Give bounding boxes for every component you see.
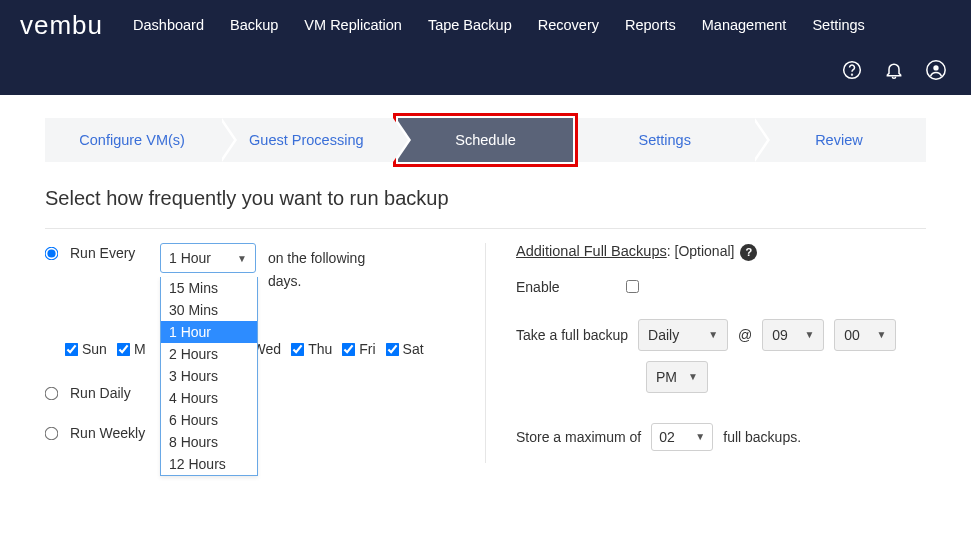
run-every-label: Run Every [70, 243, 160, 261]
nav-tape-backup[interactable]: Tape Backup [428, 17, 512, 33]
divider [45, 228, 926, 229]
chevron-down-icon: ▼ [876, 329, 886, 340]
nav-management[interactable]: Management [702, 17, 787, 33]
run-daily-label: Run Daily [70, 383, 160, 401]
full-backup-hour-select[interactable]: 09▼ [762, 319, 824, 351]
run-weekly-radio[interactable] [45, 427, 59, 441]
day-fri[interactable]: Fri [342, 341, 375, 357]
day-sat[interactable]: Sat [386, 341, 424, 357]
frequency-after-text-2: days. [268, 273, 301, 289]
enable-label: Enable [516, 279, 616, 295]
day-sun[interactable]: Sun [65, 341, 107, 357]
day-sat-checkbox[interactable] [385, 342, 399, 356]
top-navbar: vembu Dashboard Backup VM Replication Ta… [0, 0, 971, 95]
chevron-down-icon: ▼ [237, 253, 247, 264]
main-nav: Dashboard Backup VM Replication Tape Bac… [133, 17, 865, 33]
svg-point-1 [852, 74, 853, 75]
wizard-step-settings[interactable]: Settings [578, 118, 752, 162]
frequency-select[interactable]: 1 Hour ▼ [160, 243, 256, 273]
wizard-step-schedule[interactable]: Schedule [398, 118, 572, 162]
full-backup-frequency-select[interactable]: Daily▼ [638, 319, 728, 351]
wizard-steps: Configure VM(s) Guest Processing Schedul… [45, 113, 926, 167]
nav-vm-replication[interactable]: VM Replication [304, 17, 402, 33]
frequency-dropdown: 15 Mins 30 Mins 1 Hour 2 Hours 3 Hours 4… [160, 277, 258, 476]
store-max-select[interactable]: 02▼ [651, 423, 713, 451]
take-full-backup-label: Take a full backup [516, 327, 628, 343]
nav-settings[interactable]: Settings [812, 17, 864, 33]
user-icon[interactable] [926, 60, 946, 80]
additional-full-backups-title: Additional Full Backups [516, 243, 667, 259]
day-mon-checkbox[interactable] [117, 342, 131, 356]
store-max-label-2: full backups. [723, 429, 801, 445]
wizard-step-configure-vms[interactable]: Configure VM(s) [45, 118, 219, 162]
nav-reports[interactable]: Reports [625, 17, 676, 33]
frequency-option[interactable]: 1 Hour [161, 321, 257, 343]
days-row: Sun M Wed Thu Fri Sat [65, 341, 455, 357]
run-weekly-label: Run Weekly [70, 423, 160, 441]
frequency-option[interactable]: 12 Hours [161, 453, 257, 475]
chevron-down-icon: ▼ [695, 431, 705, 442]
optional-text: : [Optional] [667, 243, 735, 259]
nav-dashboard[interactable]: Dashboard [133, 17, 204, 33]
full-backup-ampm-select[interactable]: PM▼ [646, 361, 708, 393]
day-mon[interactable]: M [117, 341, 146, 357]
day-fri-checkbox[interactable] [342, 342, 356, 356]
at-symbol: @ [738, 327, 752, 343]
run-every-radio[interactable] [45, 247, 59, 261]
store-max-label-1: Store a maximum of [516, 429, 641, 445]
day-thu[interactable]: Thu [291, 341, 332, 357]
frequency-option[interactable]: 8 Hours [161, 431, 257, 453]
chevron-down-icon: ▼ [708, 329, 718, 340]
nav-backup[interactable]: Backup [230, 17, 278, 33]
wizard-step-guest-processing[interactable]: Guest Processing [219, 118, 393, 162]
svg-point-3 [933, 65, 938, 70]
nav-recovery[interactable]: Recovery [538, 17, 599, 33]
run-daily-radio[interactable] [45, 387, 59, 401]
frequency-selected-value: 1 Hour [169, 250, 211, 266]
page-heading: Select how frequently you want to run ba… [45, 187, 926, 210]
help-tooltip-icon[interactable]: ? [740, 244, 757, 261]
frequency-option[interactable]: 4 Hours [161, 387, 257, 409]
frequency-option[interactable]: 6 Hours [161, 409, 257, 431]
chevron-down-icon: ▼ [804, 329, 814, 340]
frequency-option[interactable]: 30 Mins [161, 299, 257, 321]
day-thu-checkbox[interactable] [291, 342, 305, 356]
chevron-down-icon: ▼ [688, 371, 698, 382]
bell-icon[interactable] [884, 60, 904, 80]
wizard-step-review[interactable]: Review [752, 118, 926, 162]
day-sun-checkbox[interactable] [65, 342, 79, 356]
logo: vembu [20, 10, 103, 41]
frequency-option[interactable]: 2 Hours [161, 343, 257, 365]
full-backup-minute-select[interactable]: 00▼ [834, 319, 896, 351]
frequency-after-text-1: on the following [268, 250, 365, 266]
help-icon[interactable] [842, 60, 862, 80]
frequency-option[interactable]: 3 Hours [161, 365, 257, 387]
enable-checkbox[interactable] [626, 280, 639, 293]
frequency-option[interactable]: 15 Mins [161, 277, 257, 299]
